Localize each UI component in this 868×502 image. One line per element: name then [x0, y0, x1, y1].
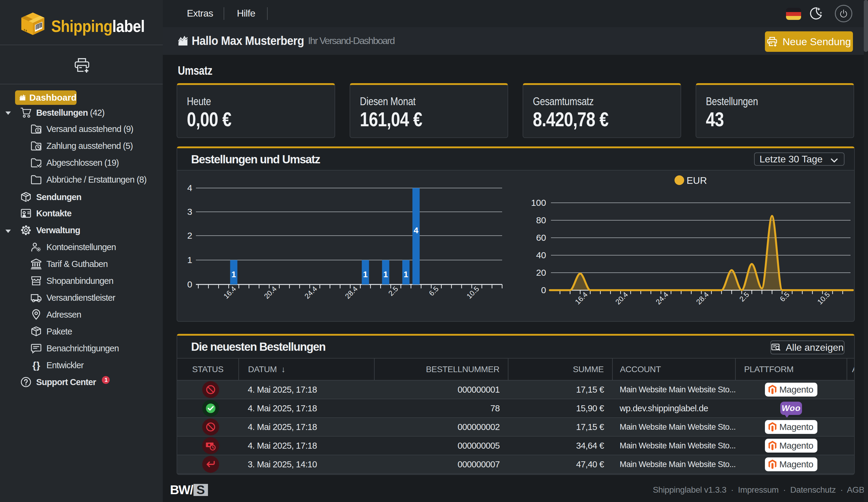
svg-text:16.4: 16.4: [573, 290, 589, 306]
svg-text:EUR: EUR: [686, 175, 707, 186]
svg-text:40: 40: [536, 250, 546, 260]
svg-text:1: 1: [404, 270, 409, 279]
svg-text:16.4: 16.4: [222, 284, 238, 300]
svg-text:6.5: 6.5: [778, 290, 791, 303]
svg-text:10.5: 10.5: [465, 284, 481, 300]
svg-text:3: 3: [187, 207, 192, 217]
svg-text:0: 0: [187, 279, 192, 289]
svg-text:2.5: 2.5: [738, 290, 751, 303]
svg-text:4: 4: [414, 226, 418, 235]
svg-text:6.5: 6.5: [427, 284, 440, 297]
svg-text:0: 0: [541, 285, 546, 295]
svg-text:2: 2: [187, 230, 192, 240]
svg-text:60: 60: [536, 233, 546, 242]
svg-text:4: 4: [187, 183, 192, 193]
svg-text:1: 1: [383, 270, 388, 279]
svg-text:20.4: 20.4: [262, 284, 278, 300]
svg-text:100: 100: [531, 198, 546, 208]
svg-text:80: 80: [536, 215, 546, 225]
svg-text:28.4: 28.4: [694, 290, 710, 306]
svg-text:20.4: 20.4: [614, 290, 629, 306]
svg-text:10.5: 10.5: [816, 290, 831, 306]
svg-text:24.4: 24.4: [654, 290, 670, 306]
svg-text:1: 1: [231, 270, 236, 279]
svg-text:24.4: 24.4: [303, 284, 319, 300]
svg-text:2.5: 2.5: [387, 284, 400, 297]
svg-text:28.4: 28.4: [343, 284, 359, 300]
svg-text:1: 1: [363, 270, 368, 279]
svg-text:1: 1: [187, 255, 192, 265]
svg-text:20: 20: [536, 268, 546, 278]
